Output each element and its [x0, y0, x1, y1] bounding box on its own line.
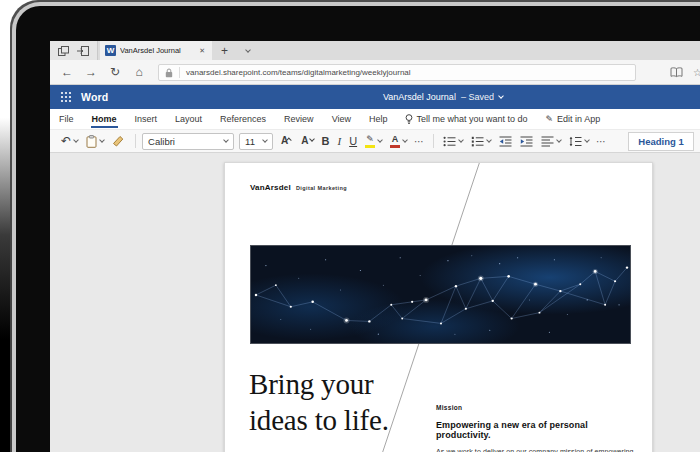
undo-icon: ↶: [61, 135, 71, 147]
line-spacing-button[interactable]: [566, 134, 592, 149]
new-tab-button[interactable]: +: [212, 41, 237, 60]
highlight-button[interactable]: ✎: [362, 133, 385, 150]
document-headline[interactable]: Bring your ideas to life.: [249, 366, 389, 438]
menu-tab-insert[interactable]: Insert: [134, 111, 159, 127]
italic-button[interactable]: I: [334, 134, 344, 149]
mission-heading: Empowering a new era of personal product…: [436, 420, 636, 440]
address-bar-actions: ☆: [670, 63, 694, 81]
menu-tab-review[interactable]: Review: [283, 111, 315, 127]
home-button[interactable]: ⌂: [128, 66, 150, 78]
ribbon-menu-bar: File Home Insert Layout References Revie…: [50, 109, 700, 129]
brand-logo: VanArsdel: [250, 183, 291, 192]
edit-in-app-button[interactable]: ✎ Edit in App: [546, 114, 601, 124]
active-tab[interactable]: W VanArsdel Journal ✕: [100, 41, 212, 60]
bulleted-list-icon: [443, 136, 456, 147]
more-font-options-icon[interactable]: ⋯: [414, 136, 425, 147]
title-chevron-icon: [498, 93, 504, 99]
tab-management-panel: [50, 41, 98, 60]
tell-me-button[interactable]: Tell me what you want to do: [405, 113, 528, 124]
line-spacing-icon: [569, 136, 582, 147]
paste-button[interactable]: [83, 133, 107, 150]
clipboard-icon: [86, 135, 97, 148]
grow-font-caret-icon: [286, 137, 292, 143]
forward-button[interactable]: →: [80, 66, 102, 78]
font-name-select[interactable]: Calibri: [142, 133, 234, 150]
browser-window: W VanArsdel Journal ✕ + ← → ↻ ⌂ vanarsde…: [50, 41, 700, 452]
format-painter-icon: [112, 135, 124, 147]
menu-tab-file[interactable]: File: [58, 111, 75, 127]
lock-icon: [165, 63, 173, 81]
undo-button[interactable]: ↶: [58, 133, 81, 149]
set-tabs-aside-icon[interactable]: [77, 42, 89, 60]
browser-address-bar: ← → ↻ ⌂ vanarsdel.sharepoint.com/teams/d…: [50, 60, 700, 85]
url-text: vanarsdel.sharepoint.com/teams/digitalma…: [186, 68, 411, 77]
document-title: VanArsdel Journal: [383, 92, 456, 102]
menu-tab-view[interactable]: View: [331, 111, 352, 127]
app-name[interactable]: Word: [81, 91, 108, 103]
bullets-button[interactable]: [440, 134, 466, 149]
ribbon-toolbar: ↶ Calibri 11 A A B I U ✎: [50, 129, 700, 153]
url-field[interactable]: vanarsdel.sharepoint.com/teams/digitalma…: [158, 64, 636, 81]
word-app-header: Word VanArsdel Journal – Saved: [50, 85, 700, 109]
save-status: – Saved: [461, 92, 494, 102]
refresh-button[interactable]: ↻: [104, 66, 126, 78]
headline-line-1: Bring your: [249, 366, 389, 402]
back-button[interactable]: ←: [56, 66, 78, 78]
lightbulb-icon: [405, 113, 413, 124]
menu-tab-home[interactable]: Home: [91, 111, 118, 127]
document-canvas[interactable]: VanArsdel Digital Marketing: [50, 153, 700, 452]
decrease-indent-button[interactable]: [496, 134, 515, 149]
highlighter-icon: ✎: [365, 135, 375, 148]
menu-tab-layout[interactable]: Layout: [174, 111, 203, 127]
decrease-indent-icon: [499, 136, 512, 147]
url-divider: [179, 67, 180, 78]
bold-button[interactable]: B: [319, 134, 333, 149]
document-title-bar[interactable]: VanArsdel Journal – Saved: [383, 85, 503, 109]
hero-image[interactable]: [250, 245, 631, 344]
mission-section[interactable]: Mission Empowering a new era of personal…: [436, 404, 636, 452]
grow-font-button[interactable]: A: [278, 134, 296, 148]
mission-body: As we work to deliver on our company mis…: [436, 448, 636, 452]
increase-indent-button[interactable]: [517, 134, 536, 149]
mission-label: Mission: [436, 404, 636, 411]
style-heading1-chip[interactable]: Heading 1: [628, 132, 694, 151]
font-size-select[interactable]: 11: [239, 133, 273, 150]
reading-view-icon[interactable]: [670, 63, 683, 81]
shrink-font-caret-icon: [309, 136, 315, 142]
increase-indent-icon: [520, 136, 533, 147]
font-color-button[interactable]: A: [387, 133, 410, 150]
underline-button[interactable]: U: [346, 134, 360, 149]
menu-tab-help[interactable]: Help: [368, 111, 389, 127]
favorites-star-icon[interactable]: ☆: [693, 67, 700, 78]
shrink-font-button[interactable]: A: [298, 134, 316, 148]
numbered-list-icon: [471, 136, 484, 147]
word-favicon-icon: W: [105, 45, 116, 56]
document-page[interactable]: VanArsdel Digital Marketing: [224, 162, 653, 452]
close-tab-icon[interactable]: ✕: [197, 47, 207, 55]
tab-preview-icon[interactable]: [58, 42, 69, 60]
format-painter-button[interactable]: [109, 133, 127, 149]
browser-tab-strip: W VanArsdel Journal ✕ +: [50, 41, 700, 60]
more-paragraph-options-icon[interactable]: ⋯: [596, 136, 607, 147]
app-launcher-waffle-icon[interactable]: [50, 91, 81, 103]
tab-list-chevron-icon[interactable]: [237, 41, 256, 60]
align-text-icon: [541, 136, 554, 147]
tab-title: VanArsdel Journal: [120, 46, 193, 55]
document-brand[interactable]: VanArsdel Digital Marketing: [250, 183, 347, 192]
menu-tab-references[interactable]: References: [219, 111, 267, 127]
alignment-button[interactable]: [538, 134, 564, 149]
headline-line-2: ideas to life.: [249, 402, 389, 438]
pencil-icon: ✎: [546, 114, 554, 124]
numbering-button[interactable]: [468, 134, 494, 149]
font-color-icon: A: [390, 135, 400, 148]
brand-department: Digital Marketing: [296, 185, 347, 191]
